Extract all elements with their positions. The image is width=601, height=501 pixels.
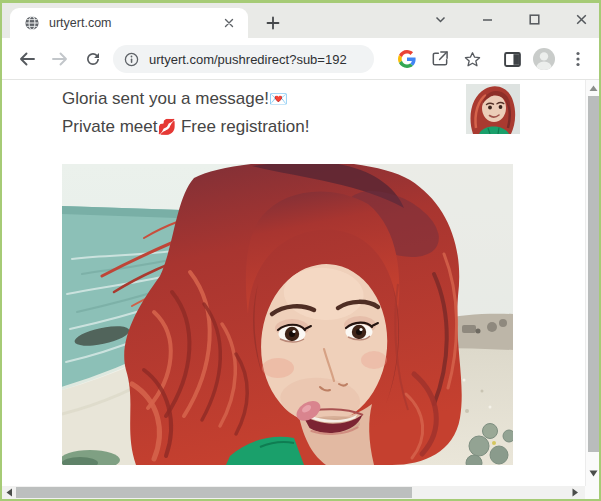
share-icon[interactable] xyxy=(430,49,450,69)
horizontal-scroll-thumb[interactable] xyxy=(16,487,412,498)
scroll-right-icon[interactable] xyxy=(570,487,580,498)
google-g-icon[interactable] xyxy=(397,49,417,69)
headline-line1: Gloria sent you a message!💌 xyxy=(62,85,309,113)
scrollbar-corner xyxy=(585,486,599,499)
maximize-icon[interactable] xyxy=(526,11,543,28)
page-viewport: Gloria sent you a message!💌 Private meet… xyxy=(2,80,599,499)
kiss-mark-emoji: 💋 xyxy=(157,118,176,135)
info-icon[interactable] xyxy=(124,52,139,67)
message-headline: Gloria sent you a message!💌 Private meet… xyxy=(62,85,309,141)
page-content: Gloria sent you a message!💌 Private meet… xyxy=(2,80,585,486)
chevron-down-icon[interactable] xyxy=(432,11,449,28)
tab-close-icon[interactable] xyxy=(220,14,238,32)
love-letter-emoji: 💌 xyxy=(269,90,288,107)
url-text: urtyert.com/pushredirect?sub=192 xyxy=(149,52,347,67)
new-tab-button[interactable] xyxy=(260,10,286,36)
scroll-left-icon[interactable] xyxy=(4,487,14,498)
address-bar[interactable]: urtyert.com/pushredirect?sub=192 xyxy=(113,45,374,73)
horizontal-scrollbar[interactable] xyxy=(2,486,585,499)
forward-button[interactable] xyxy=(49,48,71,70)
scroll-down-icon[interactable] xyxy=(588,468,599,478)
tab-strip: urtyert.com xyxy=(2,3,599,38)
three-dot-menu-icon[interactable] xyxy=(568,49,588,69)
vertical-scroll-thumb[interactable] xyxy=(588,96,599,452)
headline-line2: Private meet💋 Free registration! xyxy=(62,113,309,141)
back-button[interactable] xyxy=(16,48,38,70)
profile-avatar-icon[interactable] xyxy=(532,47,556,71)
star-outline-icon[interactable] xyxy=(462,49,482,69)
avatar-thumbnail xyxy=(466,84,520,134)
window-inner: urtyert.com xyxy=(2,3,599,499)
tab-title: urtyert.com xyxy=(49,16,220,30)
minimize-icon[interactable] xyxy=(479,11,496,28)
reload-icon[interactable] xyxy=(82,48,104,70)
scroll-up-icon[interactable] xyxy=(588,83,599,93)
vertical-scrollbar[interactable] xyxy=(585,80,599,486)
window-controls xyxy=(432,3,590,35)
browser-toolbar: urtyert.com/pushredirect?sub=192 xyxy=(2,38,599,80)
profile-photo[interactable] xyxy=(62,164,513,465)
globe-icon xyxy=(24,15,40,31)
close-icon[interactable] xyxy=(573,11,590,28)
browser-tab[interactable]: urtyert.com xyxy=(10,8,248,38)
browser-window: urtyert.com xyxy=(0,0,601,501)
side-panel-icon[interactable] xyxy=(502,49,522,69)
